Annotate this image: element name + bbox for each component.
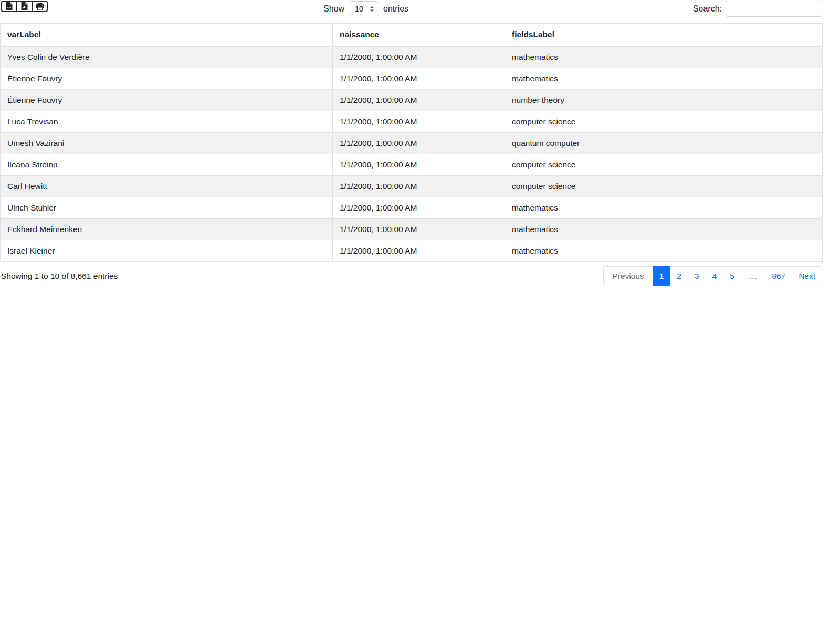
table-row: Umesh Vazirani 1/1/2000, 1:00:00 AM quan…	[1, 133, 823, 154]
entries-label: entries	[383, 4, 408, 14]
header-row: varLabel naissance fieldsLabel	[1, 24, 823, 47]
cell-varlabel: Étienne Fouvry	[1, 68, 333, 90]
pagination-ellipsis: …	[741, 266, 766, 286]
pagination-previous[interactable]: Previous	[603, 266, 653, 286]
cell-naissance: 1/1/2000, 1:00:00 AM	[333, 176, 505, 197]
cell-naissance: 1/1/2000, 1:00:00 AM	[333, 154, 505, 176]
cell-fieldslabel: mathematics	[505, 46, 823, 68]
cell-naissance: 1/1/2000, 1:00:00 AM	[333, 90, 505, 111]
cell-varlabel: Étienne Fouvry	[1, 90, 333, 111]
pdf-export-button[interactable]	[16, 1, 33, 12]
pagination: Previous 1 2 3 4 5 … 867 Next	[603, 266, 822, 286]
cell-varlabel: Israel Kleiner	[1, 240, 333, 262]
cell-fieldslabel: mathematics	[505, 197, 823, 219]
cell-fieldslabel: number theory	[505, 90, 823, 111]
table-footer: Showing 1 to 10 of 8,661 entries Previou…	[0, 266, 822, 286]
page-length-value: 10	[355, 5, 363, 13]
cell-varlabel: Ulrich Stuhler	[1, 197, 333, 219]
table-row: Étienne Fouvry 1/1/2000, 1:00:00 AM numb…	[1, 90, 823, 111]
cell-fieldslabel: mathematics	[505, 240, 823, 262]
table-row: Carl Hewitt 1/1/2000, 1:00:00 AM compute…	[1, 176, 823, 197]
cell-varlabel: Yves Colin de Verdière	[1, 46, 333, 68]
table-row: Yves Colin de Verdière 1/1/2000, 1:00:00…	[1, 46, 823, 68]
column-header-fieldslabel: fieldsLabel	[505, 24, 823, 47]
pagination-page-867[interactable]: 867	[765, 266, 792, 286]
table-row: Luca Trevisan 1/1/2000, 1:00:00 AM compu…	[1, 111, 823, 133]
show-label: Show	[323, 4, 344, 14]
cell-varlabel: Luca Trevisan	[1, 111, 333, 133]
select-updown-arrows-icon	[370, 6, 374, 12]
csv-icon-text: csv	[7, 6, 12, 9]
pagination-page-5[interactable]: 5	[723, 266, 741, 286]
cell-naissance: 1/1/2000, 1:00:00 AM	[333, 133, 505, 154]
cell-naissance: 1/1/2000, 1:00:00 AM	[333, 197, 505, 219]
cell-varlabel: Ileana Streinu	[1, 154, 333, 176]
search-label: Search:	[693, 4, 722, 14]
csv-export-button[interactable]: csv	[1, 1, 17, 12]
cell-varlabel: Eckhard Meinrenken	[1, 219, 333, 240]
page-length-select[interactable]: 10	[349, 1, 379, 16]
table-row: Israel Kleiner 1/1/2000, 1:00:00 AM math…	[1, 240, 823, 262]
cell-naissance: 1/1/2000, 1:00:00 AM	[333, 240, 505, 262]
search-input[interactable]	[726, 1, 822, 17]
pagination-page-2[interactable]: 2	[670, 266, 688, 286]
cell-naissance: 1/1/2000, 1:00:00 AM	[333, 46, 505, 68]
cell-fieldslabel: mathematics	[505, 68, 823, 90]
export-button-group: csv	[1, 1, 48, 12]
table-row: Ileana Streinu 1/1/2000, 1:00:00 AM comp…	[1, 154, 823, 176]
pagination-next[interactable]: Next	[792, 266, 822, 286]
pagination-page-3[interactable]: 3	[688, 266, 706, 286]
cell-varlabel: Umesh Vazirani	[1, 133, 333, 154]
datatable-container: csv Show 10	[0, 0, 822, 286]
column-header-naissance: naissance	[333, 24, 505, 47]
table-row: Étienne Fouvry 1/1/2000, 1:00:00 AM math…	[1, 68, 823, 90]
page-length-control: Show 10 entries	[323, 0, 408, 17]
cell-naissance: 1/1/2000, 1:00:00 AM	[333, 219, 505, 240]
data-table: varLabel naissance fieldsLabel Yves Coli…	[0, 23, 823, 262]
pagination-page-4[interactable]: 4	[706, 266, 724, 286]
printer-icon	[36, 3, 44, 10]
cell-naissance: 1/1/2000, 1:00:00 AM	[333, 111, 505, 133]
pdf-file-icon	[21, 2, 28, 10]
cell-naissance: 1/1/2000, 1:00:00 AM	[333, 68, 505, 90]
table-info: Showing 1 to 10 of 8,661 entries	[0, 271, 118, 281]
table-row: Eckhard Meinrenken 1/1/2000, 1:00:00 AM …	[1, 219, 823, 240]
print-button[interactable]	[32, 1, 48, 12]
cell-fieldslabel: computer science	[505, 111, 823, 133]
cell-varlabel: Carl Hewitt	[1, 176, 333, 197]
table-row: Ulrich Stuhler 1/1/2000, 1:00:00 AM math…	[1, 197, 823, 219]
column-header-varlabel: varLabel	[1, 24, 333, 47]
pagination-page-1[interactable]: 1	[653, 266, 671, 286]
csv-file-icon: csv	[6, 2, 13, 10]
cell-fieldslabel: mathematics	[505, 219, 823, 240]
table-toolbar: csv Show 10	[0, 0, 822, 17]
cell-fieldslabel: quantum computer	[505, 133, 823, 154]
search-control: Search:	[693, 0, 822, 17]
cell-fieldslabel: computer science	[505, 154, 823, 176]
cell-fieldslabel: computer science	[505, 176, 823, 197]
